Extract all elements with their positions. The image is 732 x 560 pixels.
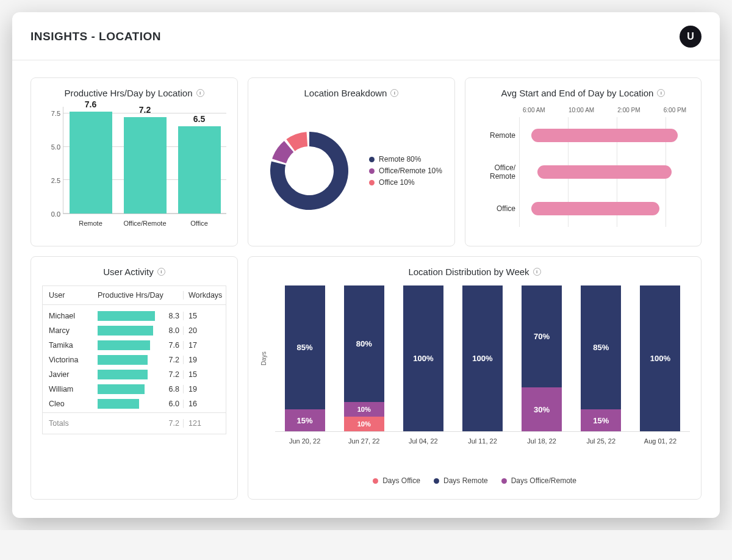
stacked-segment: 70% xyxy=(522,285,562,387)
y-tick: 2.5 xyxy=(51,177,60,184)
cell-user: Tamika xyxy=(49,341,98,350)
x-category-label: Aug 01, 22 xyxy=(640,437,680,445)
legend-item: Remote 80% xyxy=(369,155,442,163)
x-category-label: Jul 04, 22 xyxy=(403,437,443,445)
user-avatar[interactable]: U xyxy=(680,26,702,48)
x-category-label: Jun 27, 22 xyxy=(344,437,384,445)
legend-swatch xyxy=(369,157,375,162)
info-icon[interactable]: i xyxy=(196,89,204,97)
cell-hrs: 8.0 xyxy=(160,326,183,335)
legend-label: Office/Remote 10% xyxy=(379,167,442,175)
donut-legend: Remote 80%Office/Remote 10%Office 10% xyxy=(369,152,442,190)
legend-label: Remote 80% xyxy=(379,155,421,163)
cell-bar xyxy=(98,384,160,394)
table-row: Tamika7.617 xyxy=(49,338,220,353)
y-tick: 7.5 xyxy=(51,110,60,117)
stacked-col: 80%10%10%Jun 27, 22 xyxy=(344,285,384,431)
bar-category-label: Office/Remote xyxy=(123,220,166,227)
insights-window: INSIGHTS - LOCATION U Productive Hrs/Day… xyxy=(12,12,720,518)
cell-hrs: 7.6 xyxy=(160,341,183,350)
gantt-row-label: Office xyxy=(476,204,515,213)
gantt-row-label: Remote xyxy=(476,131,515,140)
mini-bar xyxy=(98,355,148,365)
cell-days: 17 xyxy=(183,341,220,350)
card-title: User Activity i xyxy=(42,267,226,277)
stacked-segment: 100% xyxy=(640,285,680,431)
dashboard-grid: Productive Hrs/Day by Location i 0.02.55… xyxy=(12,60,720,518)
bar-rect xyxy=(70,112,112,214)
cell-user: Victorina xyxy=(49,356,98,364)
y-tick: 5.0 xyxy=(51,143,60,151)
bar-remote: 7.6Remote xyxy=(66,99,115,214)
card-title: Location Breakdown i xyxy=(259,88,443,98)
gantt-bar xyxy=(537,165,672,179)
legend-item: Office/Remote 10% xyxy=(369,167,442,175)
stacked-segment: 30% xyxy=(522,387,562,431)
legend-item: Office 10% xyxy=(369,178,442,187)
bar-category-label: Office xyxy=(190,220,208,227)
stacked-legend: Days OfficeDays RemoteDays Office/Remote xyxy=(259,473,690,488)
bar-value: 7.2 xyxy=(139,105,151,115)
bar-office: 6.5Office xyxy=(174,114,223,214)
info-icon[interactable]: i xyxy=(657,89,665,97)
info-icon[interactable]: i xyxy=(533,268,541,276)
stacked-segment: 100% xyxy=(403,285,443,431)
gantt-tick: 6:00 AM xyxy=(523,107,545,113)
col-user: User xyxy=(49,291,98,300)
table-row: William6.819 xyxy=(49,382,220,397)
info-icon[interactable]: i xyxy=(390,89,398,97)
card-title: Avg Start and End of Day by Location i xyxy=(476,88,690,98)
cell-hrs: 6.8 xyxy=(160,385,183,393)
gantt-row-label: Office/Remote xyxy=(476,163,515,181)
legend-swatch xyxy=(369,180,375,185)
gantt-chart: 6:00 AM10:00 AM2:00 PM6:00 PMRemoteOffic… xyxy=(476,107,690,235)
stacked-col: 100%Jul 11, 22 xyxy=(462,285,503,431)
mini-bar xyxy=(98,326,153,336)
bar-category-label: Remote xyxy=(79,220,102,227)
stacked-segment: 10% xyxy=(344,417,384,431)
card-title: Location Distribution by Week i xyxy=(259,267,690,277)
x-category-label: Jul 11, 22 xyxy=(462,437,503,445)
cell-days: 19 xyxy=(183,385,220,393)
stacked-col: 70%30%Jul 18, 22 xyxy=(522,285,562,431)
stacked-col: 100%Jul 04, 22 xyxy=(403,285,443,431)
gantt-tick: 10:00 AM xyxy=(569,107,594,113)
bar-value: 6.5 xyxy=(193,114,205,124)
totals-hrs: 7.2 xyxy=(160,419,183,428)
cell-days: 15 xyxy=(183,370,220,379)
cell-days: 19 xyxy=(183,356,220,364)
cell-days: 15 xyxy=(183,312,220,320)
card-location-breakdown: Location Breakdown i Remote 80%Office/Re… xyxy=(248,77,455,246)
stacked-segment: 15% xyxy=(285,409,325,431)
legend-label: Days Remote xyxy=(443,476,488,485)
cell-days: 20 xyxy=(183,326,220,335)
card-productive-hours: Productive Hrs/Day by Location i 0.02.55… xyxy=(30,77,238,246)
table-row: Javier7.215 xyxy=(49,367,220,382)
info-icon[interactable]: i xyxy=(157,268,165,276)
y-axis-label: Days xyxy=(260,285,267,432)
stacked-col: 85%15%Jun 20, 22 xyxy=(285,285,325,431)
gantt-bar xyxy=(531,129,678,142)
x-category-label: Jul 25, 22 xyxy=(581,437,621,445)
mini-bar xyxy=(98,399,139,409)
title-text: Location Distribution by Week xyxy=(408,267,529,277)
title-text: Productive Hrs/Day by Location xyxy=(64,88,192,98)
cell-hrs: 7.2 xyxy=(160,370,183,379)
mini-bar xyxy=(98,384,145,394)
legend-label: Days Office/Remote xyxy=(511,476,576,485)
legend-swatch xyxy=(373,478,378,484)
mini-bar xyxy=(98,340,150,350)
mini-bar xyxy=(98,370,148,379)
bar-rect xyxy=(178,126,221,214)
cell-hrs: 6.0 xyxy=(160,400,183,408)
table-row: Cleo6.016 xyxy=(49,397,220,411)
cell-days: 16 xyxy=(183,400,220,408)
mini-bar xyxy=(98,311,155,321)
legend-item: Days Remote xyxy=(434,476,488,485)
title-text: Location Breakdown xyxy=(304,88,387,98)
totals-days: 121 xyxy=(183,419,220,428)
donut-chart: Remote 80%Office/Remote 10%Office 10% xyxy=(259,107,443,235)
legend-swatch xyxy=(434,478,439,484)
title-text: Avg Start and End of Day by Location xyxy=(501,88,654,98)
cell-user: Javier xyxy=(49,370,98,379)
